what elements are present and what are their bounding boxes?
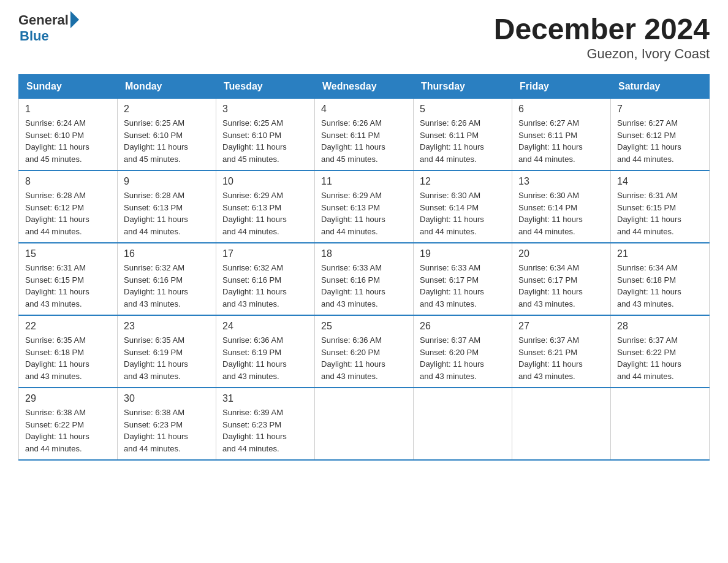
day-info: Sunrise: 6:37 AMSunset: 6:20 PMDaylight:… [420,334,506,382]
day-info: Sunrise: 6:33 AMSunset: 6:16 PMDaylight:… [321,262,407,310]
day-number: 9 [124,176,210,187]
day-info: Sunrise: 6:24 AMSunset: 6:10 PMDaylight:… [25,117,111,165]
calendar-cell [315,388,414,460]
calendar-cell [611,388,710,460]
calendar-cell: 18Sunrise: 6:33 AMSunset: 6:16 PMDayligh… [315,243,414,315]
day-info: Sunrise: 6:36 AMSunset: 6:20 PMDaylight:… [321,334,407,382]
calendar-cell: 10Sunrise: 6:29 AMSunset: 6:13 PMDayligh… [216,170,315,243]
day-info: Sunrise: 6:26 AMSunset: 6:11 PMDaylight:… [321,117,407,165]
header-tuesday: Tuesday [216,75,315,99]
day-number: 11 [321,176,407,187]
day-info: Sunrise: 6:30 AMSunset: 6:14 PMDaylight:… [420,190,506,237]
day-info: Sunrise: 6:26 AMSunset: 6:11 PMDaylight:… [420,117,506,165]
calendar-cell: 11Sunrise: 6:29 AMSunset: 6:13 PMDayligh… [315,170,414,243]
day-number: 1 [25,104,111,115]
calendar-week-5: 29Sunrise: 6:38 AMSunset: 6:22 PMDayligh… [19,388,710,460]
header-thursday: Thursday [414,75,512,99]
calendar-cell: 13Sunrise: 6:30 AMSunset: 6:14 PMDayligh… [512,170,611,243]
calendar-cell: 17Sunrise: 6:32 AMSunset: 6:16 PMDayligh… [216,243,315,315]
calendar-cell: 2Sunrise: 6:25 AMSunset: 6:10 PMDaylight… [118,99,216,171]
day-number: 18 [321,248,407,259]
day-info: Sunrise: 6:28 AMSunset: 6:12 PMDaylight:… [25,190,111,237]
day-info: Sunrise: 6:39 AMSunset: 6:23 PMDaylight:… [222,407,308,454]
logo: General Blue [18,12,79,44]
day-info: Sunrise: 6:34 AMSunset: 6:17 PMDaylight:… [518,262,604,310]
day-info: Sunrise: 6:31 AMSunset: 6:15 PMDaylight:… [617,190,703,237]
day-info: Sunrise: 6:34 AMSunset: 6:18 PMDaylight:… [617,262,703,310]
calendar-cell: 31Sunrise: 6:39 AMSunset: 6:23 PMDayligh… [216,388,315,460]
calendar-week-3: 15Sunrise: 6:31 AMSunset: 6:15 PMDayligh… [19,243,710,315]
day-number: 16 [124,248,210,259]
day-number: 12 [420,176,506,187]
calendar-cell: 3Sunrise: 6:25 AMSunset: 6:10 PMDaylight… [216,99,315,171]
day-number: 29 [25,393,111,404]
logo-blue-text: Blue [20,28,79,44]
day-info: Sunrise: 6:35 AMSunset: 6:19 PMDaylight:… [124,334,210,382]
day-number: 21 [617,248,703,259]
calendar-cell: 6Sunrise: 6:27 AMSunset: 6:11 PMDaylight… [512,99,611,171]
calendar-week-4: 22Sunrise: 6:35 AMSunset: 6:18 PMDayligh… [19,315,710,388]
day-info: Sunrise: 6:36 AMSunset: 6:19 PMDaylight:… [222,334,308,382]
day-info: Sunrise: 6:31 AMSunset: 6:15 PMDaylight:… [25,262,111,310]
calendar-cell: 23Sunrise: 6:35 AMSunset: 6:19 PMDayligh… [118,315,216,388]
day-info: Sunrise: 6:28 AMSunset: 6:13 PMDaylight:… [124,190,210,237]
header-wednesday: Wednesday [315,75,414,99]
logo-general-text: General [18,12,69,28]
day-info: Sunrise: 6:32 AMSunset: 6:16 PMDaylight:… [222,262,308,310]
header-friday: Friday [512,75,611,99]
calendar-cell: 30Sunrise: 6:38 AMSunset: 6:23 PMDayligh… [118,388,216,460]
day-number: 19 [420,248,506,259]
day-number: 26 [420,321,506,332]
day-number: 28 [617,321,703,332]
page-title: December 2024 [494,12,710,46]
day-number: 24 [222,321,308,332]
day-number: 31 [222,393,308,404]
calendar-cell: 4Sunrise: 6:26 AMSunset: 6:11 PMDaylight… [315,99,414,171]
day-info: Sunrise: 6:38 AMSunset: 6:23 PMDaylight:… [124,407,210,454]
day-number: 4 [321,104,407,115]
calendar-cell: 24Sunrise: 6:36 AMSunset: 6:19 PMDayligh… [216,315,315,388]
calendar-table: SundayMondayTuesdayWednesdayThursdayFrid… [18,74,710,461]
day-info: Sunrise: 6:37 AMSunset: 6:21 PMDaylight:… [518,334,604,382]
day-number: 20 [518,248,604,259]
calendar-cell [414,388,512,460]
logo-triangle-icon [70,11,79,28]
day-number: 7 [617,104,703,115]
day-number: 13 [518,176,604,187]
day-number: 2 [124,104,210,115]
calendar-cell: 5Sunrise: 6:26 AMSunset: 6:11 PMDaylight… [414,99,512,171]
day-info: Sunrise: 6:37 AMSunset: 6:22 PMDaylight:… [617,334,703,382]
calendar-cell: 8Sunrise: 6:28 AMSunset: 6:12 PMDaylight… [19,170,118,243]
day-number: 5 [420,104,506,115]
calendar-cell: 15Sunrise: 6:31 AMSunset: 6:15 PMDayligh… [19,243,118,315]
page-subtitle: Guezon, Ivory Coast [494,46,710,62]
header-sunday: Sunday [19,75,118,99]
day-info: Sunrise: 6:33 AMSunset: 6:17 PMDaylight:… [420,262,506,310]
day-info: Sunrise: 6:30 AMSunset: 6:14 PMDaylight:… [518,190,604,237]
day-info: Sunrise: 6:25 AMSunset: 6:10 PMDaylight:… [222,117,308,165]
calendar-cell: 16Sunrise: 6:32 AMSunset: 6:16 PMDayligh… [118,243,216,315]
day-info: Sunrise: 6:38 AMSunset: 6:22 PMDaylight:… [25,407,111,454]
day-info: Sunrise: 6:27 AMSunset: 6:12 PMDaylight:… [617,117,703,165]
calendar-week-2: 8Sunrise: 6:28 AMSunset: 6:12 PMDaylight… [19,170,710,243]
day-number: 8 [25,176,111,187]
calendar-cell: 26Sunrise: 6:37 AMSunset: 6:20 PMDayligh… [414,315,512,388]
calendar-header: SundayMondayTuesdayWednesdayThursdayFrid… [19,75,710,99]
day-info: Sunrise: 6:35 AMSunset: 6:18 PMDaylight:… [25,334,111,382]
calendar-cell: 1Sunrise: 6:24 AMSunset: 6:10 PMDaylight… [19,99,118,171]
calendar-cell: 29Sunrise: 6:38 AMSunset: 6:22 PMDayligh… [19,388,118,460]
day-info: Sunrise: 6:25 AMSunset: 6:10 PMDaylight:… [124,117,210,165]
day-number: 14 [617,176,703,187]
day-number: 17 [222,248,308,259]
calendar-cell: 12Sunrise: 6:30 AMSunset: 6:14 PMDayligh… [414,170,512,243]
title-block: December 2024 Guezon, Ivory Coast [494,12,710,62]
day-number: 27 [518,321,604,332]
calendar-cell: 14Sunrise: 6:31 AMSunset: 6:15 PMDayligh… [611,170,710,243]
day-number: 3 [222,104,308,115]
day-number: 22 [25,321,111,332]
day-info: Sunrise: 6:27 AMSunset: 6:11 PMDaylight:… [518,117,604,165]
day-number: 25 [321,321,407,332]
day-number: 6 [518,104,604,115]
day-number: 30 [124,393,210,404]
calendar-cell: 28Sunrise: 6:37 AMSunset: 6:22 PMDayligh… [611,315,710,388]
